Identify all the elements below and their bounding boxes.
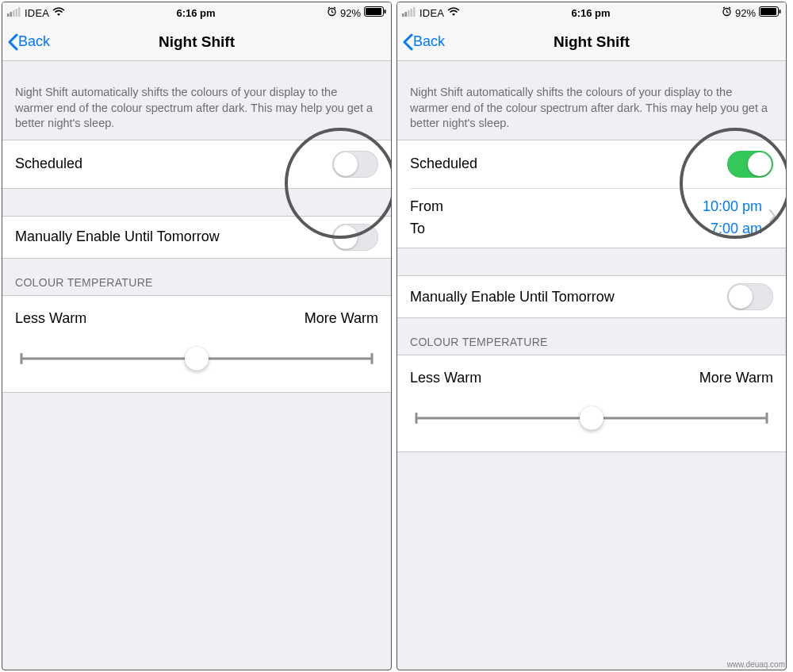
to-label: To xyxy=(410,218,703,240)
battery-icon xyxy=(759,6,781,19)
manual-group: Manually Enable Until Tomorrow xyxy=(397,275,786,318)
to-value: 7:00 am xyxy=(703,218,762,240)
scheduled-switch-on[interactable] xyxy=(727,151,773,178)
schedule-time-row[interactable]: From To 10:00 pm 7:00 am xyxy=(397,188,786,248)
svg-rect-3 xyxy=(16,9,18,17)
battery-icon xyxy=(364,6,386,19)
watermark: www.deuaq.com xyxy=(727,660,785,669)
svg-rect-10 xyxy=(405,12,408,17)
scheduled-group: Scheduled From To 10:00 pm 7:00 am xyxy=(397,140,786,249)
slider-thumb[interactable] xyxy=(580,406,603,430)
carrier-label: IDEA xyxy=(419,7,444,19)
alarm-icon xyxy=(722,6,732,19)
temperature-slider[interactable] xyxy=(21,346,372,371)
svg-rect-11 xyxy=(408,10,410,17)
scheduled-group: Scheduled xyxy=(2,140,391,189)
chevron-right-icon xyxy=(767,209,778,226)
battery-percent: 92% xyxy=(735,7,756,19)
more-warm-label: More Warm xyxy=(699,370,773,386)
svg-rect-12 xyxy=(411,9,413,17)
description-text: Night Shift automatically shifts the col… xyxy=(397,61,786,140)
svg-rect-13 xyxy=(413,7,416,17)
nav-bar: Back Night Shift xyxy=(2,23,391,61)
page-title: Night Shift xyxy=(397,33,786,51)
back-button[interactable]: Back xyxy=(397,33,445,51)
slider-thumb[interactable] xyxy=(185,347,209,371)
more-warm-label: More Warm xyxy=(305,310,378,327)
status-bar: IDEA 6:16 pm 92% xyxy=(397,2,786,23)
manual-enable-row[interactable]: Manually Enable Until Tomorrow xyxy=(397,276,786,317)
colour-temperature-header: COLOUR TEMPERATURE xyxy=(2,259,391,295)
description-text: Night Shift automatically shifts the col… xyxy=(2,61,391,140)
status-bar: IDEA 6:16 pm 92% xyxy=(2,2,391,23)
manual-enable-label: Manually Enable Until Tomorrow xyxy=(15,228,220,245)
svg-rect-4 xyxy=(18,7,21,17)
scheduled-switch-off[interactable] xyxy=(332,151,378,178)
svg-rect-7 xyxy=(366,8,381,15)
back-button[interactable]: Back xyxy=(2,33,50,51)
svg-rect-16 xyxy=(760,8,776,15)
svg-rect-1 xyxy=(10,12,13,17)
manual-switch-off[interactable] xyxy=(332,224,378,251)
temperature-group: Less Warm More Warm xyxy=(2,295,391,393)
less-warm-label: Less Warm xyxy=(15,310,86,327)
scheduled-row[interactable]: Scheduled xyxy=(2,140,391,188)
manual-enable-label: Manually Enable Until Tomorrow xyxy=(410,289,615,305)
phone-screen-right: IDEA 6:16 pm 92% Back Night Shift Night … xyxy=(396,2,787,670)
svg-rect-0 xyxy=(7,13,10,17)
svg-rect-17 xyxy=(779,10,780,13)
back-label: Back xyxy=(413,33,445,50)
from-value: 10:00 pm xyxy=(703,196,762,218)
chevron-left-icon xyxy=(7,33,18,51)
wifi-icon xyxy=(52,7,65,19)
temperature-group: Less Warm More Warm xyxy=(397,355,786,452)
from-label: From xyxy=(410,196,703,218)
chevron-left-icon xyxy=(402,33,413,51)
alarm-icon xyxy=(327,6,337,19)
scheduled-row[interactable]: Scheduled xyxy=(397,140,786,188)
clock-label: 6:16 pm xyxy=(176,7,215,19)
page-title: Night Shift xyxy=(2,33,391,51)
phone-screen-left: IDEA 6:16 pm 92% Back Night Shift Night … xyxy=(2,2,392,670)
wifi-icon xyxy=(447,7,460,19)
colour-temperature-header: COLOUR TEMPERATURE xyxy=(397,318,786,355)
svg-rect-8 xyxy=(384,10,385,13)
signal-icon xyxy=(402,7,416,19)
manual-enable-row[interactable]: Manually Enable Until Tomorrow xyxy=(2,217,391,258)
battery-percent: 92% xyxy=(340,7,361,19)
svg-rect-9 xyxy=(402,13,404,17)
temperature-slider[interactable] xyxy=(416,405,767,431)
scheduled-label: Scheduled xyxy=(410,156,477,172)
manual-switch-off[interactable] xyxy=(727,283,773,310)
less-warm-label: Less Warm xyxy=(410,370,481,386)
clock-label: 6:16 pm xyxy=(571,7,610,19)
carrier-label: IDEA xyxy=(25,7,49,19)
back-label: Back xyxy=(18,33,50,50)
manual-group: Manually Enable Until Tomorrow xyxy=(2,216,391,259)
signal-icon xyxy=(7,7,21,19)
scheduled-label: Scheduled xyxy=(15,156,82,172)
nav-bar: Back Night Shift xyxy=(397,23,786,61)
svg-rect-2 xyxy=(13,10,15,17)
